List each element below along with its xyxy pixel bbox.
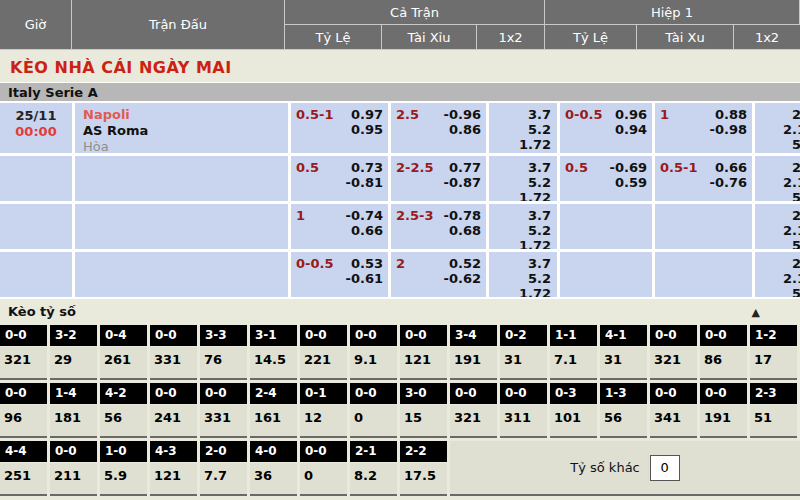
score-odd[interactable]: 76 — [200, 347, 247, 380]
h1-overunder-cell[interactable]: 0.5-1 0.66 -0.76 — [655, 156, 752, 201]
score-odd[interactable]: 101 — [550, 405, 597, 438]
score-odd[interactable]: 121 — [400, 347, 447, 380]
odd-home[interactable]: -0.69 — [610, 160, 647, 175]
ft-1x2-cell[interactable]: 3.7 5.2 1.72 — [489, 103, 557, 153]
h1-1x2-cell[interactable]: 2.4 2.12 5.2 — [755, 252, 800, 297]
ft-handicap-cell[interactable]: 0-0.5 0.53 -0.61 — [291, 252, 388, 297]
ft-1x2-cell[interactable]: 3.7 5.2 1.72 — [489, 204, 557, 249]
score-odd[interactable]: 311 — [500, 405, 547, 438]
odd-away[interactable]: -0.81 — [346, 175, 383, 190]
odd-over[interactable]: 0.52 — [449, 256, 481, 271]
odd-over[interactable]: -0.78 — [444, 208, 481, 223]
odd-2[interactable]: 5.2 — [792, 137, 800, 152]
odd-under[interactable]: -0.76 — [710, 175, 747, 190]
h1-overunder-cell[interactable]: 1 0.88 -0.98 — [655, 103, 752, 153]
odd-x[interactable]: 5.2 — [528, 223, 551, 238]
score-odd[interactable]: 56 — [600, 405, 647, 438]
score-odd[interactable]: 96 — [0, 405, 47, 438]
score-odd[interactable]: 321 — [450, 405, 497, 438]
other-score-input[interactable] — [650, 455, 680, 481]
odd-over[interactable]: 0.77 — [449, 160, 481, 175]
ft-1x2-cell[interactable]: 3.7 5.2 1.72 — [489, 252, 557, 297]
score-odd[interactable]: 29 — [50, 347, 97, 380]
ft-handicap-cell[interactable]: 0.5 0.73 -0.81 — [291, 156, 388, 201]
odd-x[interactable]: 2.12 — [783, 223, 800, 238]
odd-over[interactable]: 0.88 — [715, 107, 747, 122]
score-odd[interactable]: 0 — [350, 405, 397, 438]
odd-x[interactable]: 5.2 — [528, 271, 551, 286]
score-odd[interactable]: 341 — [650, 405, 697, 438]
score-odd[interactable]: 14.5 — [250, 347, 297, 380]
odd-1[interactable]: 3.7 — [528, 256, 551, 271]
odd-away[interactable]: 0.59 — [615, 175, 647, 190]
odd-2[interactable]: 5.2 — [792, 286, 800, 297]
odd-home[interactable]: 0.53 — [351, 256, 383, 271]
score-odd[interactable]: 221 — [300, 347, 347, 380]
ft-overunder-cell[interactable]: 2.5-3 -0.78 0.68 — [391, 204, 486, 249]
h1-handicap-cell[interactable]: 0.5 -0.69 0.59 — [560, 156, 652, 201]
odd-home[interactable]: 0.73 — [351, 160, 383, 175]
score-odd[interactable]: 121 — [150, 463, 197, 496]
match-cell[interactable]: Napoli AS Roma Hòa — [75, 103, 288, 153]
odd-x[interactable]: 5.2 — [528, 175, 551, 190]
ft-1x2-cell[interactable]: 3.7 5.2 1.72 — [489, 156, 557, 201]
score-odd[interactable]: 211 — [50, 463, 97, 496]
score-odd[interactable]: 8.2 — [350, 463, 397, 496]
score-odd[interactable]: 7.1 — [550, 347, 597, 380]
odd-x[interactable]: 2.12 — [783, 271, 800, 286]
odd-x[interactable]: 2.12 — [783, 175, 800, 190]
h1-1x2-cell[interactable]: 2.4 2.12 5.2 — [755, 204, 800, 249]
score-odd[interactable]: 17 — [750, 347, 797, 380]
ft-handicap-cell[interactable]: 1 -0.74 0.66 — [291, 204, 388, 249]
score-odd[interactable]: 191 — [700, 405, 747, 438]
score-odd[interactable]: 5.9 — [100, 463, 147, 496]
score-odd[interactable]: 15 — [400, 405, 447, 438]
ft-overunder-cell[interactable]: 2.5 -0.96 0.86 — [391, 103, 486, 153]
score-odd[interactable]: 36 — [250, 463, 297, 496]
odd-under[interactable]: 0.68 — [449, 223, 481, 238]
score-odd[interactable]: 191 — [450, 347, 497, 380]
odd-1[interactable]: 2.4 — [792, 256, 800, 271]
ft-handicap-cell[interactable]: 0.5-1 0.97 0.95 — [291, 103, 388, 153]
h1-handicap-cell[interactable]: 0-0.5 0.96 0.94 — [560, 103, 652, 153]
score-odd[interactable]: 56 — [100, 405, 147, 438]
odd-1[interactable]: 2.4 — [792, 160, 800, 175]
odd-under[interactable]: 0.86 — [449, 122, 481, 137]
odd-1[interactable]: 2.4 — [792, 208, 800, 223]
odd-away[interactable]: 0.94 — [615, 122, 647, 137]
odd-2[interactable]: 1.72 — [519, 286, 551, 297]
score-odd[interactable]: 31 — [500, 347, 547, 380]
odd-home[interactable]: 0.96 — [615, 107, 647, 122]
odd-under[interactable]: -0.98 — [710, 122, 747, 137]
score-odd[interactable]: 321 — [0, 347, 47, 380]
score-odd[interactable]: 181 — [50, 405, 97, 438]
odd-2[interactable]: 5.2 — [792, 190, 800, 201]
ft-overunder-cell[interactable]: 2 0.52 -0.62 — [391, 252, 486, 297]
score-odd[interactable]: 9.1 — [350, 347, 397, 380]
odd-home[interactable]: 0.97 — [351, 107, 383, 122]
ft-overunder-cell[interactable]: 2-2.5 0.77 -0.87 — [391, 156, 486, 201]
score-odd[interactable]: 261 — [100, 347, 147, 380]
odd-2[interactable]: 1.72 — [519, 190, 551, 201]
score-odd[interactable]: 17.5 — [400, 463, 447, 496]
odd-1[interactable]: 2.4 — [792, 107, 800, 122]
odd-2[interactable]: 1.72 — [519, 137, 551, 152]
score-odd[interactable]: 321 — [650, 347, 697, 380]
score-odd[interactable]: 161 — [250, 405, 297, 438]
score-odd[interactable]: 7.7 — [200, 463, 247, 496]
odd-x[interactable]: 5.2 — [528, 122, 551, 137]
odd-2[interactable]: 5.2 — [792, 238, 800, 249]
odd-under[interactable]: -0.62 — [444, 271, 481, 286]
score-odd[interactable]: 51 — [750, 405, 797, 438]
away-team[interactable]: AS Roma — [83, 123, 288, 139]
score-odd[interactable]: 331 — [150, 347, 197, 380]
odd-x[interactable]: 2.12 — [783, 122, 800, 137]
collapse-arrow-icon[interactable]: ▲ — [752, 301, 760, 324]
odd-home[interactable]: -0.74 — [346, 208, 383, 223]
odd-over[interactable]: 0.66 — [715, 160, 747, 175]
score-odd[interactable]: 241 — [150, 405, 197, 438]
odd-1[interactable]: 3.7 — [528, 208, 551, 223]
odd-1[interactable]: 3.7 — [528, 107, 551, 122]
h1-1x2-cell[interactable]: 2.4 2.12 5.2 — [755, 103, 800, 153]
score-odd[interactable]: 0 — [300, 463, 347, 496]
